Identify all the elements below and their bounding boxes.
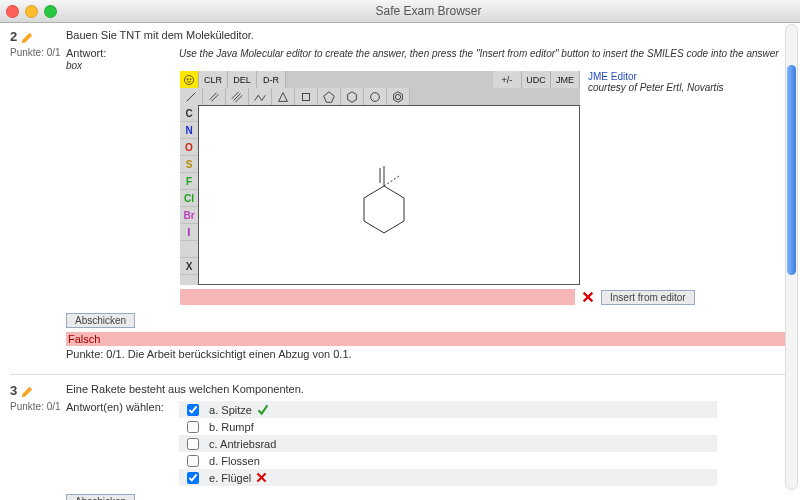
choice-row: a. Spitze	[179, 401, 717, 418]
atom-S-button[interactable]: S	[180, 156, 198, 173]
edit-icon[interactable]	[20, 385, 34, 399]
editor-canvas[interactable]	[198, 105, 580, 285]
vertical-scrollbar[interactable]	[786, 24, 797, 490]
feedback-bar: Falsch	[66, 332, 790, 346]
benzene-icon[interactable]	[387, 88, 410, 105]
svg-point-15	[395, 94, 400, 99]
choice-checkbox[interactable]	[187, 472, 199, 484]
smiles-answer-input[interactable]	[180, 289, 575, 305]
zoom-window-button[interactable]	[44, 5, 57, 18]
choice-checkbox[interactable]	[187, 421, 199, 433]
svg-line-19	[384, 176, 399, 186]
bond-double-icon[interactable]	[203, 88, 226, 105]
svg-point-13	[371, 92, 380, 101]
ring6-icon[interactable]	[341, 88, 364, 105]
page-content: 2 Punkte: 0/1 Bauen Sie TNT mit dem Mole…	[0, 23, 800, 500]
udc-button[interactable]: UDC	[522, 71, 551, 88]
jme-button[interactable]: JME	[551, 71, 580, 88]
question-3-number: 3	[10, 383, 17, 398]
choice-row: d. Flossen	[179, 452, 717, 469]
toolbar-spacer	[286, 71, 493, 88]
atom-Br-button[interactable]: Br	[180, 207, 198, 224]
svg-point-2	[190, 78, 191, 79]
credit-text: courtesy of Peter Ertl, Novartis	[588, 82, 724, 93]
atom-palette: CNOSFClBrIX	[180, 105, 198, 285]
choice-label: e. Flügel	[209, 472, 251, 484]
ring7-icon[interactable]	[364, 88, 387, 105]
choice-label: b. Rumpf	[209, 421, 254, 433]
svg-marker-11	[324, 91, 335, 102]
minimize-window-button[interactable]	[25, 5, 38, 18]
svg-point-1	[187, 78, 188, 79]
submit-button[interactable]: Abschicken	[66, 494, 135, 500]
choice-label: c. Antriebsrad	[209, 438, 276, 450]
scrollbar-thumb[interactable]	[787, 65, 796, 275]
question-3: 3 Punkte: 0/1 Eine Rakete besteht aus we…	[10, 383, 790, 500]
atom-O-button[interactable]: O	[180, 139, 198, 156]
molecule-drawing	[349, 161, 419, 241]
question-2-prompt: Bauen Sie TNT mit dem Moleküleditor.	[66, 29, 790, 41]
choice-list: a. Spitzeb. Rumpfc. Antriebsradd. Flosse…	[179, 401, 717, 486]
svg-line-3	[187, 92, 196, 101]
editor-credit: JME Editor courtesy of Peter Ertl, Novar…	[588, 71, 724, 285]
insert-from-editor-button[interactable]: Insert from editor	[601, 290, 695, 305]
choice-row: e. Flügel	[179, 469, 717, 486]
question-2-points: Punkte: 0/1	[10, 47, 66, 58]
divider	[10, 374, 790, 375]
editor-toolbar-2	[180, 88, 580, 105]
atom-blank-button[interactable]	[180, 241, 198, 258]
choice-row: c. Antriebsrad	[179, 435, 717, 452]
ring3-icon[interactable]	[272, 88, 295, 105]
choice-checkbox[interactable]	[187, 404, 199, 416]
delete-button[interactable]: DEL	[228, 71, 257, 88]
answer-label: Antwort(en) wählen:	[66, 401, 176, 413]
ring4-icon[interactable]	[295, 88, 318, 105]
atom-I-button[interactable]: I	[180, 224, 198, 241]
window-title: Safe Exam Browser	[63, 4, 794, 18]
charge-button[interactable]: +/-	[493, 71, 522, 88]
clear-button[interactable]: CLR	[199, 71, 228, 88]
answer-label: Antwort:	[66, 47, 176, 59]
submit-button[interactable]: Abschicken	[66, 313, 135, 328]
wrong-icon	[255, 471, 268, 484]
smiley-icon[interactable]	[180, 71, 199, 88]
question-2-number: 2	[10, 29, 17, 44]
svg-line-5	[211, 94, 218, 101]
bond-single-icon[interactable]	[180, 88, 203, 105]
svg-point-0	[185, 75, 194, 84]
svg-line-4	[210, 92, 217, 99]
correct-icon	[256, 403, 269, 416]
choice-checkbox[interactable]	[187, 455, 199, 467]
choice-row: b. Rumpf	[179, 418, 717, 435]
svg-rect-10	[303, 93, 310, 100]
atom-C-button[interactable]: C	[180, 105, 198, 122]
wrong-icon	[581, 290, 595, 304]
dr-button[interactable]: D-R	[257, 71, 286, 88]
choice-label: a. Spitze	[209, 404, 252, 416]
atom-F-button[interactable]: F	[180, 173, 198, 190]
close-window-button[interactable]	[6, 5, 19, 18]
question-3-sidebar: 3 Punkte: 0/1	[10, 383, 66, 500]
jme-link[interactable]: JME Editor	[588, 71, 637, 82]
choice-label: d. Flossen	[209, 455, 260, 467]
atom-X-button[interactable]: X	[180, 258, 198, 275]
atom-Cl-button[interactable]: Cl	[180, 190, 198, 207]
svg-line-8	[235, 95, 242, 102]
edit-icon[interactable]	[20, 31, 34, 45]
choice-checkbox[interactable]	[187, 438, 199, 450]
question-3-prompt: Eine Rakete besteht aus welchen Komponen…	[66, 383, 790, 395]
atom-N-button[interactable]: N	[180, 122, 198, 139]
question-2: 2 Punkte: 0/1 Bauen Sie TNT mit dem Mole…	[10, 29, 790, 360]
chain-icon[interactable]	[249, 88, 272, 105]
bond-triple-icon[interactable]	[226, 88, 249, 105]
question-2-sidebar: 2 Punkte: 0/1	[10, 29, 66, 360]
window-titlebar: Safe Exam Browser	[0, 0, 800, 23]
svg-line-6	[232, 91, 239, 98]
svg-marker-12	[348, 91, 357, 102]
svg-line-7	[234, 93, 241, 100]
svg-marker-16	[364, 186, 404, 233]
ring5-icon[interactable]	[318, 88, 341, 105]
feedback-detail: Punkte: 0/1. Die Arbeit berücksichtigt e…	[66, 348, 790, 360]
molecular-editor: CLR DEL D-R +/- UDC JME	[180, 71, 580, 285]
svg-marker-9	[279, 92, 288, 101]
